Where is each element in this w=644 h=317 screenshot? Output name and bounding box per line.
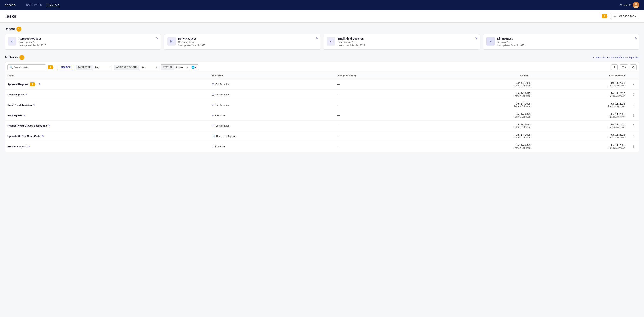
- edit-icon-row-3[interactable]: ✎: [24, 114, 26, 117]
- step-badge-2: 2: [20, 55, 24, 60]
- card-body-0: Approve Request Confirmation ⊙ — Last up…: [19, 37, 158, 47]
- task-type-select-wrap: Any ▾: [93, 65, 112, 70]
- edit-icon-row-1[interactable]: ✎: [26, 93, 28, 96]
- card-edit-icon-2[interactable]: ✎: [475, 37, 478, 40]
- step-badge-5-row: 5: [30, 82, 35, 86]
- more-button-0[interactable]: ⋮: [630, 82, 636, 87]
- cell-added-5: Jan 14, 2025 Patricia Johnson: [439, 131, 533, 142]
- type-icon-4: ☑: [212, 124, 214, 128]
- status-label: STATUS: [161, 65, 174, 70]
- card-icon-3: ⤷: [486, 37, 495, 46]
- edit-icon-row-6[interactable]: ✎: [28, 145, 30, 148]
- cell-name-2: Email Final Decision ✎: [5, 100, 209, 110]
- tasking-chevron-icon: ▾: [58, 3, 59, 6]
- table-row: Uploade UKGov ShareCode ✎ 📄 Document Upl…: [5, 131, 640, 142]
- card-meta-1: Confirmation ⊙ —: [178, 41, 317, 44]
- more-button-5[interactable]: ⋮: [630, 134, 636, 138]
- refresh-button[interactable]: ↺: [630, 64, 636, 70]
- card-edit-icon-1[interactable]: ✎: [316, 37, 318, 40]
- all-tasks-left: All Tasks 2: [4, 55, 24, 60]
- nav-link-tasking[interactable]: TASKING ▾: [46, 3, 59, 7]
- download-button[interactable]: ⬇: [611, 64, 618, 70]
- nav-left: appian CASE TYPES TASKING ▾: [4, 2, 59, 8]
- task-type-select[interactable]: Any: [93, 65, 112, 70]
- globe-icon: 🌐: [191, 66, 194, 69]
- cell-added-3: Jan 14, 2025 Patricia Johnson: [439, 110, 533, 121]
- card-updated-0: Last updated Jan 14, 2025: [19, 44, 158, 47]
- more-button-2[interactable]: ⋮: [630, 102, 636, 108]
- cell-added-6: Jan 14, 2025 Patricia Johnson: [439, 142, 533, 152]
- cell-updated-1: Jan 14, 2025 Patricia Johnson: [533, 90, 628, 100]
- page-title: Tasks: [4, 14, 16, 19]
- recent-card-0[interactable]: ☑ Approve Request Confirmation ⊙ — Last …: [4, 34, 161, 50]
- cell-type-3: ⤷ Decision: [209, 110, 334, 121]
- cell-type-4: ☑ Confirmation: [209, 121, 334, 131]
- cell-updated-2: Jan 14, 2025 Patricia Johnson: [533, 100, 628, 110]
- studio-button[interactable]: Studio ▾: [620, 3, 630, 7]
- more-button-6[interactable]: ⋮: [630, 144, 636, 149]
- assigned-group-select-wrap: Any ▾: [140, 65, 159, 70]
- card-edit-icon-0[interactable]: ✎: [156, 37, 158, 40]
- more-button-4[interactable]: ⋮: [630, 123, 636, 128]
- nav-link-case-types[interactable]: CASE TYPES: [26, 4, 42, 7]
- globe-chevron-icon: ▾: [195, 66, 196, 69]
- cell-more-4: ⋮: [628, 121, 640, 131]
- recent-card-2[interactable]: ☑ Email Final Decision Confirmation ⊙ — …: [324, 34, 480, 50]
- search-wrap: 🔍: [8, 64, 46, 70]
- col-name[interactable]: Name: [5, 72, 209, 79]
- globe-button[interactable]: 🌐 ▾: [189, 64, 198, 70]
- more-button-1[interactable]: ⋮: [630, 92, 636, 97]
- cell-name-1: Deny Request ✎: [5, 90, 209, 100]
- cell-group-4: —: [334, 121, 439, 131]
- step-badge-4: 4: [48, 65, 53, 69]
- card-name-0: Approve Request: [19, 37, 158, 40]
- sort-icon: ↓: [529, 74, 531, 77]
- cell-added-0: Jan 14, 2025 Patricia Johnson: [439, 79, 533, 90]
- type-icon-1: ☑: [212, 93, 214, 96]
- cell-updated-3: Jan 14, 2025 Patricia Johnson: [533, 110, 628, 121]
- step-badge-3: 3: [602, 14, 607, 18]
- tasks-table: Name Task Type Assigned Group Added ↓ La…: [4, 72, 640, 152]
- create-task-button[interactable]: ⊕ + CREATE TASK: [610, 13, 640, 20]
- status-select-wrap: Active ▾: [174, 65, 189, 70]
- main-content: Recent 1 ☑ Approve Request Confirmation …: [0, 23, 644, 156]
- learn-link[interactable]: Learn about case workflow configuration: [593, 56, 640, 59]
- studio-chevron-icon: ▾: [629, 3, 630, 7]
- top-navigation: appian CASE TYPES TASKING ▾ Studio ▾: [0, 0, 644, 10]
- cell-type-1: ☑ Confirmation: [209, 90, 334, 100]
- card-body-2: Email Final Decision Confirmation ⊙ — La…: [338, 37, 477, 47]
- all-tasks-label: All Tasks: [4, 56, 18, 59]
- card-icon-2: ☑: [327, 37, 335, 46]
- cell-more-3: ⋮: [628, 110, 640, 121]
- type-icon-2: ☑: [212, 104, 214, 107]
- cell-group-3: —: [334, 110, 439, 121]
- cell-more-2: ⋮: [628, 100, 640, 110]
- status-select[interactable]: Active: [174, 65, 189, 70]
- appian-logo[interactable]: appian: [4, 2, 20, 8]
- edit-icon-row-2[interactable]: ✎: [33, 104, 35, 106]
- cell-updated-6: Jan 14, 2025 Patricia Johnson: [533, 142, 628, 152]
- recent-card-3[interactable]: ⤷ Kill Request Decision ⊙ — Last updated…: [483, 34, 640, 50]
- page-header: Tasks 3 ⊕ + CREATE TASK: [0, 10, 644, 23]
- card-body-1: Deny Request Confirmation ⊙ — Last updat…: [178, 37, 317, 47]
- edit-icon-row-4[interactable]: ✎: [48, 124, 50, 127]
- cell-group-5: —: [334, 131, 439, 142]
- assigned-group-select[interactable]: Any: [140, 65, 159, 70]
- cell-more-1: ⋮: [628, 90, 640, 100]
- search-button[interactable]: SEARCH: [58, 64, 74, 70]
- search-input[interactable]: [14, 66, 41, 69]
- download-icon: ⬇: [613, 66, 616, 69]
- col-added[interactable]: Added ↓: [439, 72, 533, 79]
- recent-card-1[interactable]: ☑ Deny Request Confirmation ⊙ — Last upd…: [164, 34, 320, 50]
- edit-icon-row-0[interactable]: ✎: [38, 83, 41, 86]
- filter-button[interactable]: ▽ ▾: [620, 64, 628, 70]
- col-assigned-group: Assigned Group: [334, 72, 439, 79]
- card-edit-icon-3[interactable]: ✎: [634, 37, 637, 40]
- recent-cards: ☑ Approve Request Confirmation ⊙ — Last …: [4, 34, 640, 50]
- avatar[interactable]: [633, 2, 640, 8]
- cell-type-2: ☑ Confirmation: [209, 100, 334, 110]
- edit-icon-row-5[interactable]: ✎: [42, 135, 44, 138]
- more-button-3[interactable]: ⋮: [630, 113, 636, 118]
- cell-type-6: ⤷ Decision: [209, 142, 334, 152]
- cell-updated-4: Jan 14, 2025 Patricia Johnson: [533, 121, 628, 131]
